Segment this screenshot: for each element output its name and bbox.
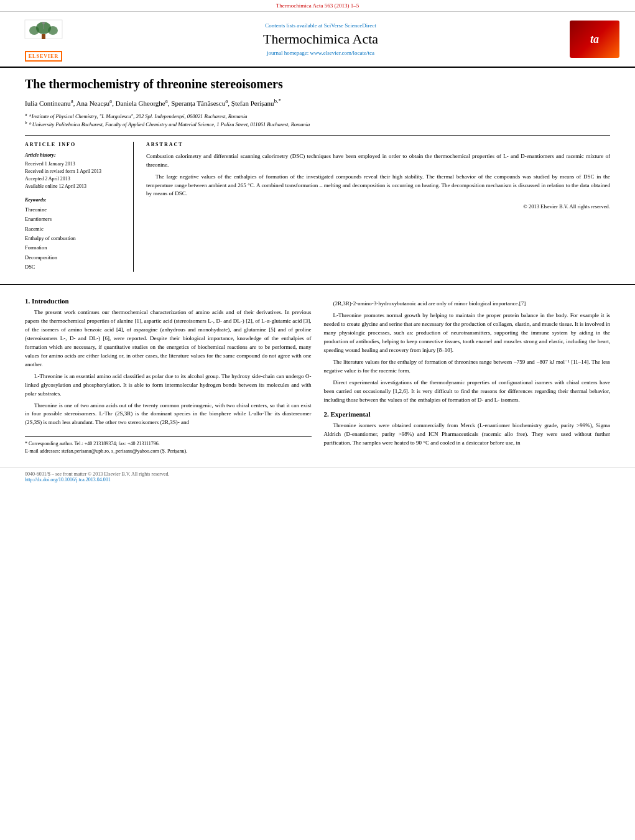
body-two-col: 1. Introduction The present work continu… [25, 291, 610, 455]
body-intro-text: The present work continues our thermoche… [25, 308, 312, 427]
body-col-right: (2R,3R)-2-amino-3-hydroxybutanoic acid a… [324, 291, 611, 455]
right-p1: (2R,3R)-2-amino-3-hydroxybutanoic acid a… [324, 300, 611, 308]
sciverse-link: Contents lists available at SciVerse Sci… [75, 22, 567, 29]
section2-title: 2. Experimental [324, 410, 611, 418]
keyword-1: Threonine [25, 205, 124, 215]
svg-point-2 [29, 26, 39, 35]
keyword-2: Enantiomers [25, 215, 124, 224]
svg-point-3 [48, 26, 58, 35]
right-p4: Direct experimental investigations of th… [324, 379, 611, 405]
intro-p1: The present work continues our thermoche… [25, 308, 312, 369]
sup-a: a [71, 98, 73, 104]
journal-homepage: journal homepage: www.elsevier.com/locat… [75, 50, 567, 56]
affiliation-a: a ᵃ Institute of Physical Chemistry, "I.… [25, 112, 610, 121]
right-p3: The literature values for the enthalpy o… [324, 358, 611, 376]
ta-logo-area: ta [567, 21, 623, 58]
intro-p3: Threonine is one of two amino acids out … [25, 402, 312, 428]
journal-title: Thermochimica Acta [75, 31, 567, 47]
body-content: 1. Introduction The present work continu… [0, 284, 635, 468]
doi-link[interactable]: http://dx.doi.org/10.1016/j.tca.2013.04.… [25, 477, 610, 482]
keyword-6: Decomposition [25, 253, 124, 262]
keywords-label: Keywords: [25, 197, 124, 203]
abstract-col: ABSTRACT Combustion calorimetry and diff… [146, 142, 610, 272]
affiliation-b: b ᵇ University Politehnica Bucharest, Fa… [25, 120, 610, 129]
article-title: The thermochemistry of threonine stereoi… [25, 77, 610, 91]
journal-header: ELSEVIER Contents lists available at Sci… [0, 12, 635, 68]
abstract-header: ABSTRACT [146, 142, 610, 147]
sciverse-link-text[interactable]: SciVerse ScienceDirect [324, 22, 376, 29]
abstract-text: Combustion calorimetry and differential … [146, 152, 610, 198]
sup-a2: a [109, 98, 112, 104]
intro-p2: L-Threonine is an essential amino acid c… [25, 372, 312, 399]
page: Thermochimica Acta 563 (2013) 1–5 [0, 0, 635, 840]
sup-a3: a [165, 98, 168, 104]
article-info-abstract: ARTICLE INFO Article history: Received 1… [25, 142, 610, 272]
keywords-list: Threonine Enantiomers Racemic Enthalpy o… [25, 205, 124, 272]
svg-rect-4 [42, 34, 45, 39]
elsevier-tree-icon [22, 17, 65, 45]
footnote-email: E-mail addresses: stefan.perisanu@upb.ro… [25, 448, 312, 455]
sup-a4: a [225, 98, 228, 104]
footnote-corresponding: * Corresponding author. Tel.: +40 213189… [25, 440, 312, 448]
accepted-date: Accepted 2 April 2013 [25, 175, 124, 183]
copyright: © 2013 Elsevier B.V. All rights reserved… [146, 203, 610, 210]
keyword-5: Formation [25, 243, 124, 252]
ta-logo-letters: ta [590, 33, 599, 46]
body-right-text: (2R,3R)-2-amino-3-hydroxybutanoic acid a… [324, 300, 611, 404]
article-info-col: ARTICLE INFO Article history: Received 1… [25, 142, 134, 272]
article-authors: Iulia Contineanua, Ana Neacșua, Daniela … [25, 98, 610, 107]
keyword-7: DSC [25, 262, 124, 272]
issn-text: 0040-6031/$ – see front matter © 2013 El… [25, 471, 610, 477]
article-info-header: ARTICLE INFO [25, 142, 124, 147]
affiliations: a ᵃ Institute of Physical Chemistry, "I.… [25, 112, 610, 129]
abstract-p2: The large negative values of the enthalp… [146, 173, 610, 198]
right-p2: L-Threonine promotes normal growth by he… [324, 312, 611, 355]
received-revised-date: Received in revised form 1 April 2013 [25, 168, 124, 175]
sup-b: b,* [274, 98, 281, 104]
elsevier-logo-area: ELSEVIER [12, 17, 75, 62]
elsevier-brand: ELSEVIER [25, 51, 62, 62]
article-header-section: The thermochemistry of threonine stereoi… [0, 68, 635, 284]
experimental-text: Threonine isomers were obtained commerci… [324, 422, 611, 448]
article-history-label: Article history: [25, 152, 124, 158]
svg-point-5 [42, 22, 45, 24]
received-date: Received 1 January 2013 [25, 160, 124, 168]
experimental-p1: Threonine isomers were obtained commerci… [324, 422, 611, 448]
keyword-4: Enthalpy of combustion [25, 234, 124, 243]
homepage-link[interactable]: www.elsevier.com/locate/tca [310, 50, 374, 56]
keyword-3: Racemic [25, 224, 124, 234]
available-date: Available online 12 April 2013 [25, 183, 124, 190]
body-col-left: 1. Introduction The present work continu… [25, 291, 312, 455]
journal-title-area: Contents lists available at SciVerse Sci… [75, 22, 567, 56]
abstract-p1: Combustion calorimetry and differential … [146, 152, 610, 169]
section1-title: 1. Introduction [25, 297, 312, 305]
ta-logo: ta [570, 21, 619, 58]
divider-1 [25, 135, 610, 136]
journal-citation: Thermochimica Acta 563 (2013) 1–5 [276, 2, 359, 9]
journal-citation-bar: Thermochimica Acta 563 (2013) 1–5 [0, 0, 635, 12]
bottom-bar: 0040-6031/$ – see front matter © 2013 El… [0, 468, 635, 486]
footnote-area: * Corresponding author. Tel.: +40 213189… [25, 436, 312, 455]
